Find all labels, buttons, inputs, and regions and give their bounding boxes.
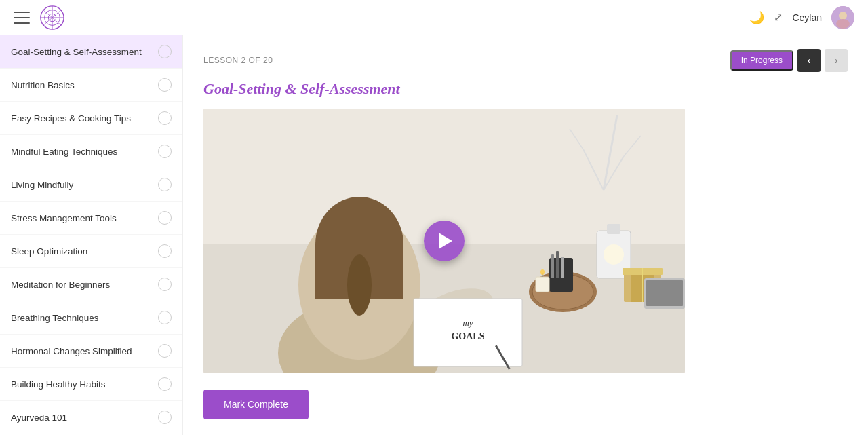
svg-point-31 [604, 244, 624, 265]
sidebar-item-mindful-eating[interactable]: Mindful Eating Techniques [0, 135, 182, 168]
completion-circle[interactable] [158, 278, 172, 291]
sidebar-item-living-mindfully[interactable]: Living Mindfully [0, 168, 182, 202]
svg-point-9 [836, 19, 850, 29]
sidebar-item-stress-management[interactable]: Stress Management Tools [0, 202, 182, 235]
completion-circle[interactable] [158, 145, 172, 158]
svg-point-40 [540, 269, 545, 275]
sidebar-item-sleep-optimization[interactable]: Sleep Optimization [0, 235, 182, 268]
play-button[interactable] [424, 221, 465, 261]
sidebar-item-label: Living Mindfully [11, 180, 158, 190]
logo-icon [39, 5, 65, 31]
sidebar: Goal-Setting & Self-AssessmentNutrition … [0, 35, 183, 435]
completion-circle[interactable] [158, 244, 172, 258]
sidebar-item-easy-recipes[interactable]: Easy Recipes & Cooking Tips [0, 102, 182, 135]
sidebar-item-ayurveda-101[interactable]: Ayurveda 101 [0, 401, 182, 434]
sidebar-item-label: Stress Management Tools [11, 213, 158, 223]
user-name: Ceylan [792, 12, 822, 23]
header-right: 🌙 ⤢ Ceylan [749, 6, 854, 29]
expand-icon[interactable]: ⤢ [774, 11, 783, 24]
layout: Goal-Setting & Self-AssessmentNutrition … [0, 35, 868, 435]
svg-rect-26 [551, 254, 554, 278]
video-player[interactable]: my GOALS [203, 109, 685, 373]
svg-rect-28 [561, 257, 564, 278]
lesson-header: LESSON 2 OF 20 In Progress ‹ › [203, 49, 848, 72]
sidebar-item-meditation-beginners[interactable]: Meditation for Beginners [0, 268, 182, 301]
in-progress-badge[interactable]: In Progress [730, 50, 793, 71]
play-triangle-icon [439, 233, 452, 249]
header: 🌙 ⤢ Ceylan [0, 0, 868, 35]
video-scene: my GOALS [203, 109, 685, 373]
svg-rect-37 [646, 280, 683, 306]
completion-circle[interactable] [158, 178, 172, 191]
completion-circle[interactable] [158, 45, 172, 58]
avatar[interactable] [831, 6, 854, 29]
lesson-title: Goal-Setting & Self-Assessment [203, 80, 848, 98]
sidebar-item-building-habits[interactable]: Building Healthy Habits [0, 368, 182, 401]
svg-text:GOALS: GOALS [451, 331, 484, 341]
svg-text:my: my [462, 318, 473, 328]
header-left [14, 5, 65, 31]
svg-rect-30 [607, 224, 620, 234]
lesson-label: LESSON 2 OF 20 [203, 56, 273, 65]
moon-icon[interactable]: 🌙 [749, 10, 764, 25]
next-lesson-button[interactable]: › [825, 49, 848, 72]
completion-circle[interactable] [158, 211, 172, 225]
lesson-nav: In Progress ‹ › [730, 49, 848, 72]
sidebar-item-label: Hormonal Changes Simplified [11, 346, 158, 356]
svg-rect-38 [536, 277, 549, 292]
prev-lesson-button[interactable]: ‹ [797, 49, 821, 72]
sidebar-item-label: Sleep Optimization [11, 246, 158, 257]
sidebar-item-nutrition-basics[interactable]: Nutrition Basics [0, 69, 182, 102]
sidebar-item-label: Breathing Techniques [11, 313, 158, 323]
sidebar-item-breathing-techniques[interactable]: Breathing Techniques [0, 301, 182, 335]
completion-circle[interactable] [158, 377, 172, 391]
completion-circle[interactable] [158, 344, 172, 358]
sidebar-item-label: Building Healthy Habits [11, 379, 158, 390]
mark-complete-button[interactable]: Mark Complete [203, 390, 309, 419]
completion-circle[interactable] [158, 111, 172, 125]
sidebar-item-label: Meditation for Beginners [11, 280, 158, 290]
sidebar-item-label: Easy Recipes & Cooking Tips [11, 113, 158, 124]
sidebar-item-label: Nutrition Basics [11, 80, 158, 90]
svg-rect-27 [556, 251, 559, 278]
sidebar-item-label: Ayurveda 101 [11, 413, 158, 423]
completion-circle[interactable] [158, 311, 172, 324]
sidebar-item-label: Goal-Setting & Self-Assessment [11, 47, 158, 57]
sidebar-item-label: Mindful Eating Techniques [11, 147, 158, 157]
sidebar-toggle-button[interactable] [14, 12, 30, 24]
completion-circle[interactable] [158, 411, 172, 424]
completion-circle[interactable] [158, 78, 172, 92]
sidebar-item-goal-setting[interactable]: Goal-Setting & Self-Assessment [0, 35, 182, 69]
main-content: LESSON 2 OF 20 In Progress ‹ › Goal-Sett… [183, 35, 868, 435]
svg-point-16 [347, 254, 372, 316]
sidebar-item-hormonal-changes[interactable]: Hormonal Changes Simplified [0, 335, 182, 368]
svg-point-8 [839, 12, 847, 20]
